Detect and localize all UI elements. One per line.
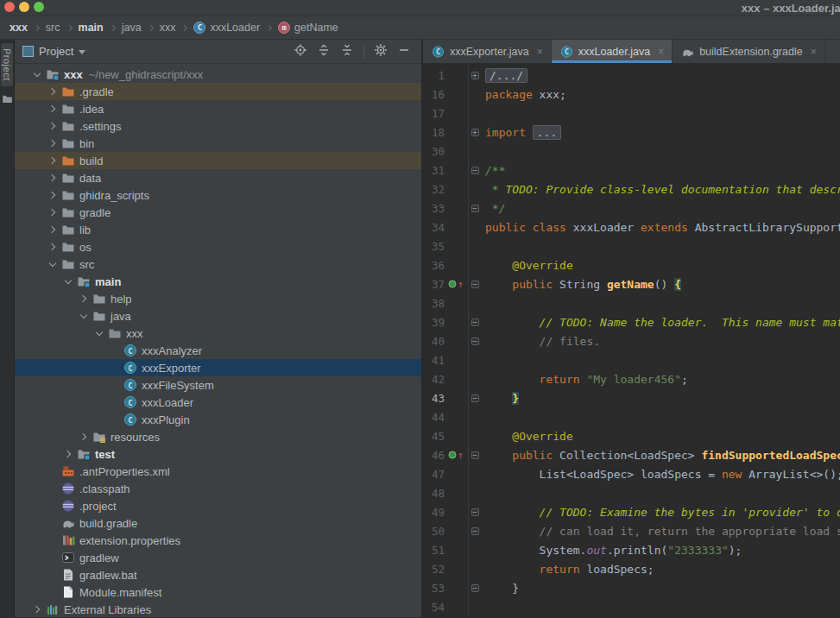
code-line-53[interactable]: 53− } bbox=[423, 578, 840, 597]
tree-item-xxxplugin[interactable]: CxxxPlugin bbox=[15, 411, 421, 428]
chevron-down-icon[interactable] bbox=[61, 278, 75, 285]
code-line-36[interactable]: 36 @Override bbox=[423, 255, 840, 274]
line-number[interactable]: 35 bbox=[423, 240, 445, 253]
line-number[interactable]: 53 bbox=[423, 582, 445, 595]
tree-item--antproperties-xml[interactable]: .antProperties.xml bbox=[15, 463, 421, 480]
line-number[interactable]: 49 bbox=[423, 506, 445, 519]
chevron-right-icon[interactable] bbox=[77, 296, 91, 301]
line-number[interactable]: 31 bbox=[423, 164, 445, 177]
code-line-31[interactable]: 31−/** bbox=[423, 161, 840, 180]
tree-item-xxxexporter[interactable]: CxxxExporter bbox=[15, 359, 421, 376]
chevron-down-icon[interactable] bbox=[77, 312, 91, 319]
tree-item-xxxfilesystem[interactable]: CxxxFileSystem bbox=[15, 376, 421, 394]
chevron-right-icon[interactable] bbox=[46, 227, 60, 232]
code-line-32[interactable]: 32 * TODO: Provide class-level documenta… bbox=[423, 180, 840, 199]
code-line-34[interactable]: 34public class xxxLoader extends Abstrac… bbox=[423, 218, 840, 236]
line-number[interactable]: 50 bbox=[423, 525, 445, 538]
tree-item-resources[interactable]: resources bbox=[15, 428, 421, 445]
line-number[interactable]: 43 bbox=[423, 392, 445, 405]
breadcrumb-item-getname[interactable]: mgetName bbox=[278, 22, 338, 34]
close-tab-icon[interactable]: × bbox=[811, 46, 817, 58]
line-number[interactable]: 41 bbox=[423, 354, 445, 367]
select-opened-file-button[interactable] bbox=[294, 43, 307, 60]
code-line-37[interactable]: 37↑− public String getName() { bbox=[423, 274, 840, 293]
chevron-down-icon[interactable] bbox=[46, 261, 60, 268]
chevron-down-icon[interactable] bbox=[79, 50, 85, 54]
line-number[interactable]: 36 bbox=[423, 259, 445, 272]
tree-item-gradle[interactable]: gradle bbox=[15, 204, 421, 221]
line-number[interactable]: 38 bbox=[423, 297, 445, 310]
tree-item-gradlew-bat[interactable]: gradlew.bat bbox=[15, 566, 421, 583]
code-line-54[interactable]: 54 bbox=[423, 597, 840, 616]
line-number[interactable]: 1 bbox=[423, 69, 445, 82]
code-line-44[interactable]: 44 bbox=[423, 407, 840, 426]
tree-item--classpath[interactable]: .classpath bbox=[15, 480, 421, 497]
tab-xxxloader-java[interactable]: CxxxLoader.java× bbox=[552, 40, 673, 63]
chevron-right-icon[interactable] bbox=[46, 89, 60, 94]
zoom-button[interactable] bbox=[34, 2, 44, 12]
line-number[interactable]: 18 bbox=[423, 126, 445, 139]
code-line-38[interactable]: 38 bbox=[423, 293, 840, 312]
line-number[interactable]: 48 bbox=[423, 487, 445, 500]
code-line-48[interactable]: 48 bbox=[423, 483, 840, 502]
fold-marker[interactable]: − bbox=[468, 312, 481, 331]
line-number[interactable]: 40 bbox=[423, 335, 445, 348]
code-line-46[interactable]: 46↑− public Collection<LoadSpec> findSup… bbox=[423, 445, 840, 464]
close-tab-icon[interactable]: × bbox=[537, 46, 543, 58]
tree-item-gradlew[interactable]: gradlew bbox=[15, 549, 421, 566]
tree-item--idea[interactable]: .idea bbox=[15, 100, 421, 117]
fold-marker[interactable]: + bbox=[468, 123, 481, 142]
tab-xxxexporter-java[interactable]: CxxxExporter.java× bbox=[423, 40, 552, 63]
tree-item-data[interactable]: data bbox=[15, 169, 421, 186]
fold-marker[interactable]: − bbox=[468, 274, 481, 293]
tree-item-xxxanalyzer[interactable]: CxxxAnalyzer bbox=[15, 342, 421, 359]
code-line-1[interactable]: 1+/.../ bbox=[423, 66, 840, 85]
line-number[interactable]: 51 bbox=[423, 544, 445, 557]
fold-marker[interactable]: − bbox=[468, 199, 481, 218]
chevron-right-icon[interactable] bbox=[30, 607, 44, 612]
chevron-right-icon[interactable] bbox=[46, 175, 60, 180]
code-line-33[interactable]: 33− */ bbox=[423, 199, 840, 218]
breadcrumb-item-xxxloader[interactable]: CxxxLoader bbox=[193, 22, 260, 34]
line-number[interactable]: 39 bbox=[423, 316, 445, 329]
breadcrumb-item-main[interactable]: main bbox=[79, 22, 104, 34]
fold-marker[interactable]: − bbox=[468, 331, 481, 350]
tree-item-os[interactable]: os bbox=[15, 238, 421, 255]
code-line-17[interactable]: 17 bbox=[423, 104, 840, 123]
overrides-method-icon[interactable]: ↑ bbox=[445, 280, 468, 289]
line-number[interactable]: 33 bbox=[423, 202, 445, 215]
chevron-right-icon[interactable] bbox=[46, 210, 60, 215]
code-line-43[interactable]: 43− } bbox=[423, 388, 840, 407]
tree-item-help[interactable]: help bbox=[15, 290, 421, 307]
tree-item--settings[interactable]: .settings bbox=[15, 117, 421, 135]
fold-marker[interactable]: − bbox=[468, 445, 481, 464]
panel-title[interactable]: Project bbox=[39, 45, 73, 58]
line-number[interactable]: 32 bbox=[423, 183, 445, 196]
tab-buildextension-gradle[interactable]: buildExtension.gradle× bbox=[673, 40, 825, 63]
close-tab-icon[interactable]: × bbox=[658, 46, 664, 58]
settings-button[interactable] bbox=[374, 43, 388, 60]
chevron-down-icon[interactable] bbox=[92, 330, 106, 337]
breadcrumb-item-xxx[interactable]: xxx bbox=[9, 22, 28, 34]
chevron-right-icon[interactable] bbox=[46, 244, 60, 249]
line-number[interactable]: 52 bbox=[423, 563, 445, 576]
project-stripe-button[interactable]: Project bbox=[1, 43, 13, 86]
line-number[interactable]: 47 bbox=[423, 468, 445, 481]
tree-item-module-manifest[interactable]: Module.manifest bbox=[15, 583, 421, 601]
tree-item-src[interactable]: src bbox=[15, 255, 421, 273]
fold-marker[interactable]: − bbox=[468, 388, 481, 407]
tree-item-build[interactable]: build bbox=[15, 152, 421, 169]
breadcrumb-item-xxx[interactable]: xxx bbox=[160, 22, 176, 34]
tree-item-xxxloader[interactable]: CxxxLoader bbox=[15, 394, 421, 411]
line-number[interactable]: 30 bbox=[423, 145, 445, 158]
line-number[interactable]: 34 bbox=[423, 221, 445, 234]
code-line-30[interactable]: 30 bbox=[423, 142, 840, 161]
chevron-right-icon[interactable] bbox=[46, 141, 60, 146]
breadcrumb-item-java[interactable]: java bbox=[122, 22, 142, 34]
close-button[interactable] bbox=[4, 2, 15, 12]
chevron-right-icon[interactable] bbox=[46, 158, 60, 163]
tree-item-test[interactable]: test bbox=[15, 445, 421, 463]
line-number[interactable]: 17 bbox=[423, 107, 445, 120]
tree-item-bin[interactable]: bin bbox=[15, 135, 421, 152]
tree-item-build-gradle[interactable]: build.gradle bbox=[15, 514, 421, 532]
